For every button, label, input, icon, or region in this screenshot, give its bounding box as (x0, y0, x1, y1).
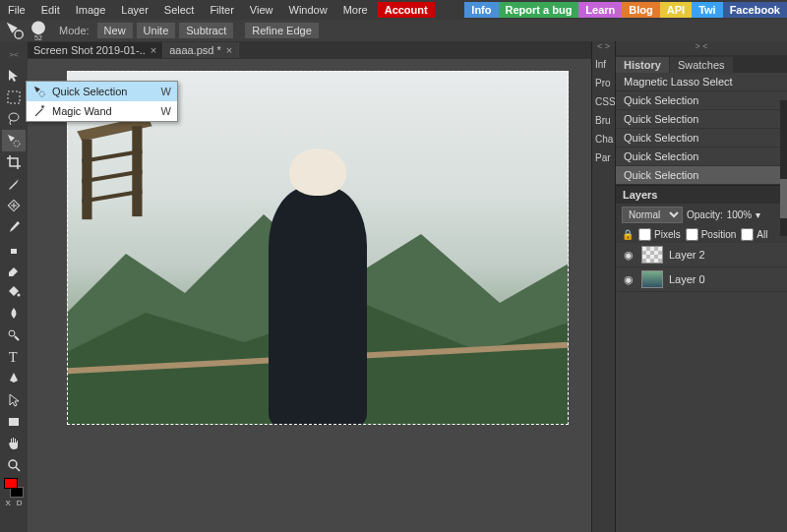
blend-mode-select[interactable]: Normal (622, 207, 683, 223)
menu-window[interactable]: Window (281, 1, 335, 19)
menu-image[interactable]: Image (68, 1, 114, 19)
tab-swatches[interactable]: Swatches (670, 57, 733, 73)
menu-bar: File Edit Image Layer Select Filter View… (0, 0, 787, 20)
doc-tab-1[interactable]: aaaa.psd *× (163, 42, 239, 58)
menu-filter[interactable]: Filter (202, 1, 241, 19)
marquee-tool[interactable] (2, 87, 26, 108)
visibility-icon[interactable]: ◉ (622, 249, 636, 262)
svg-point-3 (9, 113, 19, 121)
crop-tool[interactable] (2, 151, 26, 173)
menu-edit[interactable]: Edit (33, 1, 68, 19)
history-row[interactable]: Quick Selection (616, 91, 787, 110)
tab-history[interactable]: History (616, 57, 669, 73)
collapse-icon[interactable]: > < (616, 41, 787, 55)
panel-stub-info[interactable]: Inf (592, 55, 615, 74)
lock-icon: 🔒 (622, 229, 634, 240)
flyout-shortcut: W (161, 86, 171, 97)
collapse-icon[interactable]: >< (2, 43, 26, 65)
lock-position-label: Position (701, 229, 737, 240)
menu-more[interactable]: More (335, 1, 376, 19)
pen-tool[interactable] (2, 368, 26, 389)
menu-layer[interactable]: Layer (113, 1, 156, 19)
refine-edge-button[interactable]: Refine Edge (245, 23, 319, 38)
fg-color[interactable] (4, 478, 18, 489)
svg-text:T: T (9, 350, 18, 365)
layer-row[interactable]: ◉ Layer 0 (616, 267, 787, 292)
hand-tool[interactable] (2, 433, 26, 454)
brush-tool[interactable] (2, 216, 26, 238)
brush-preset-icon[interactable]: 52 (28, 21, 49, 40)
flyout-magic-wand[interactable]: Magic Wand W (27, 101, 177, 121)
layers-panel-title[interactable]: Layers (616, 185, 787, 204)
opacity-value[interactable]: 100% (727, 209, 753, 220)
panel-stub-css[interactable]: CSS (592, 92, 615, 111)
zoom-tool[interactable] (2, 454, 26, 476)
layer-list: ◉ Layer 2 ◉ Layer 0 (616, 243, 787, 532)
eyedropper-tool[interactable] (2, 173, 26, 195)
expand-icon[interactable]: < > (592, 41, 615, 55)
shape-tool[interactable] (2, 411, 26, 433)
history-row[interactable]: Quick Selection (616, 110, 787, 129)
ext-api[interactable]: API (660, 2, 692, 18)
layer-name[interactable]: Layer 0 (669, 273, 705, 285)
panel-stub-brush[interactable]: Bru (592, 111, 615, 130)
move-tool[interactable] (2, 65, 26, 87)
mode-unite[interactable]: Unite (137, 23, 176, 38)
menu-file[interactable]: File (0, 1, 33, 19)
flyout-label: Quick Selection (52, 86, 127, 97)
menu-view[interactable]: View (242, 1, 281, 19)
svg-point-7 (9, 330, 15, 336)
panel-stub-paragraph[interactable]: Par (592, 148, 615, 167)
blur-tool[interactable] (2, 303, 26, 325)
mode-new[interactable]: New (97, 23, 133, 38)
close-icon[interactable]: × (151, 44, 156, 56)
history-row[interactable]: Quick Selection (616, 129, 787, 148)
visibility-icon[interactable]: ◉ (622, 273, 636, 286)
path-select-tool[interactable] (2, 389, 26, 411)
doc-tab-0[interactable]: Screen Shot 2019-01-..× (28, 42, 163, 58)
bucket-tool[interactable] (2, 281, 26, 303)
document-tabs: Screen Shot 2019-01-..× aaaa.psd *× (28, 41, 591, 59)
layer-row[interactable]: ◉ Layer 2 (616, 243, 787, 267)
swap-default-colors[interactable]: XD (5, 498, 22, 507)
history-row[interactable]: Quick Selection (616, 166, 787, 185)
clone-tool[interactable] (2, 238, 26, 260)
active-tool-icon[interactable] (4, 21, 26, 40)
account-button[interactable]: Account (378, 2, 435, 18)
quick-select-icon (32, 85, 46, 98)
ext-facebook[interactable]: Facebook (723, 2, 787, 18)
lock-all-checkbox[interactable] (741, 228, 754, 241)
history-scrollbar[interactable] (780, 100, 787, 236)
lock-pixels-checkbox[interactable] (638, 228, 651, 241)
panel-stub-properties[interactable]: Pro (592, 74, 615, 92)
dodge-tool[interactable] (2, 325, 26, 346)
history-row[interactable]: Magnetic Lasso Select (616, 73, 787, 91)
type-tool[interactable]: T (2, 346, 26, 368)
eraser-tool[interactable] (2, 260, 26, 281)
lasso-tool[interactable] (2, 108, 26, 130)
flyout-quick-selection[interactable]: Quick Selection W (27, 82, 177, 101)
canvas[interactable] (67, 71, 569, 425)
ext-info[interactable]: Info (464, 2, 498, 18)
ext-report-bug[interactable]: Report a bug (499, 2, 579, 18)
menu-select[interactable]: Select (156, 1, 203, 19)
svg-point-0 (15, 30, 23, 38)
color-swatch[interactable] (2, 478, 26, 498)
layer-thumb[interactable] (641, 270, 663, 288)
brush-size-label: 52 (28, 34, 49, 41)
ext-blog[interactable]: Blog (622, 2, 659, 18)
healing-tool[interactable] (2, 195, 26, 216)
panel-stub-character[interactable]: Cha (592, 130, 615, 148)
history-row[interactable]: Quick Selection (616, 148, 787, 166)
ext-twi[interactable]: Twi (692, 2, 723, 18)
chevron-down-icon[interactable]: ▾ (756, 209, 760, 220)
mode-subtract[interactable]: Subtract (179, 23, 233, 38)
quick-select-tool[interactable] (2, 130, 26, 151)
mode-label: Mode: (59, 25, 90, 36)
layer-name[interactable]: Layer 2 (669, 249, 705, 261)
ext-learn[interactable]: Learn (578, 2, 622, 18)
canvas-area[interactable] (28, 59, 591, 532)
close-icon[interactable]: × (226, 44, 232, 56)
lock-position-checkbox[interactable] (686, 228, 698, 241)
layer-thumb[interactable] (641, 246, 663, 264)
